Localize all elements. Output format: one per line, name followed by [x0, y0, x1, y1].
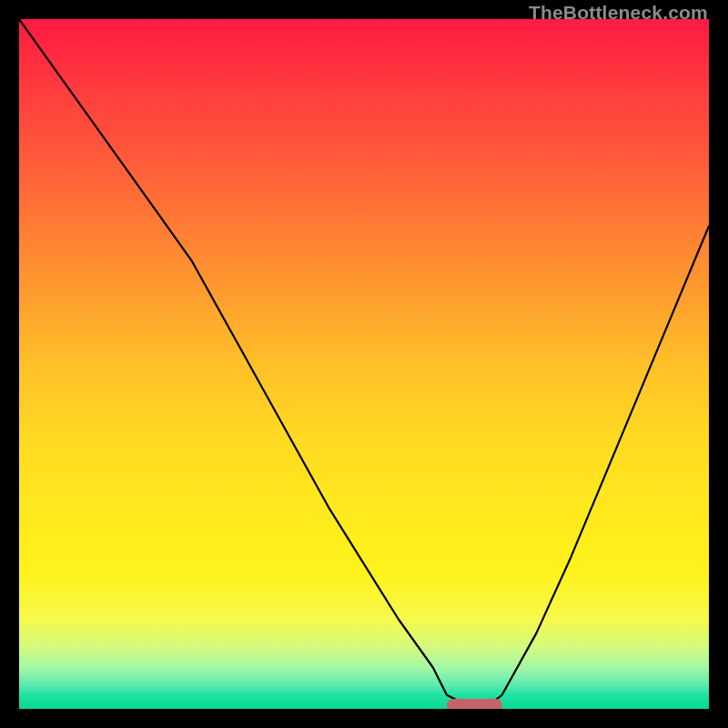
watermark-text: TheBottleneck.com — [529, 2, 708, 24]
plot-area — [19, 19, 709, 709]
chart-frame: TheBottleneck.com — [0, 0, 728, 728]
optimal-range-marker — [447, 699, 502, 709]
bottleneck-curve — [19, 19, 709, 709]
